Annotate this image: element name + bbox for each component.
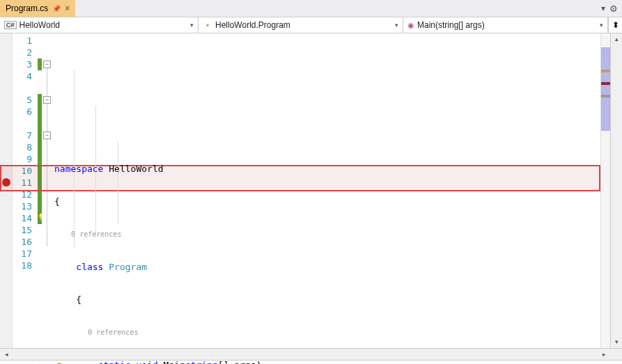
pin-icon[interactable]: 📌 bbox=[52, 5, 61, 13]
line-number: 14 bbox=[13, 212, 38, 224]
nav-method-text: Main(string[] args) bbox=[417, 20, 485, 30]
line-number: 15 bbox=[13, 224, 38, 236]
dropdown-icon[interactable]: ▾ bbox=[601, 3, 605, 13]
line-number: 6 bbox=[13, 106, 38, 118]
code-line: { bbox=[54, 196, 600, 207]
overview-ruler[interactable] bbox=[600, 33, 610, 348]
code-line: class Program bbox=[54, 261, 600, 273]
line-number-gutter: 1 2 3 4 5 6 7 8 9 10 11 12 13 14 15 16 1… bbox=[13, 33, 38, 348]
line-number: 3 bbox=[13, 58, 38, 70]
line-number: 1 bbox=[13, 35, 38, 47]
codelens[interactable]: 0 references bbox=[54, 326, 600, 338]
chevron-down-icon: ▾ bbox=[190, 22, 194, 29]
editor: 1 2 3 4 5 6 7 8 9 10 11 12 13 14 15 16 1… bbox=[0, 33, 622, 348]
code-line: namespace HelloWorld bbox=[54, 163, 600, 175]
file-tab[interactable]: Program.cs 📌 × bbox=[0, 0, 75, 17]
line-number bbox=[13, 82, 38, 94]
breakpoint-icon[interactable] bbox=[2, 178, 10, 187]
line-number: 8 bbox=[13, 141, 38, 153]
tab-bar: Program.cs 📌 × ▾ ⚙ bbox=[0, 0, 622, 17]
line-number: 18 bbox=[13, 260, 38, 271]
line-number: 2 bbox=[13, 47, 38, 58]
gear-icon[interactable]: ⚙ bbox=[609, 3, 618, 14]
line-number: 5 bbox=[13, 94, 38, 106]
split-editor-icon[interactable]: ⬍ bbox=[608, 17, 622, 33]
line-number: 9 bbox=[13, 153, 38, 165]
nav-namespace[interactable]: C# HelloWorld ▾ bbox=[0, 17, 199, 33]
scroll-left-icon[interactable]: ◂ bbox=[0, 351, 13, 358]
csharp-icon: C# bbox=[4, 21, 17, 29]
chevron-down-icon: ▾ bbox=[395, 22, 398, 29]
fold-column[interactable]: − − − bbox=[42, 33, 54, 348]
codelens[interactable]: 0 references bbox=[54, 228, 600, 240]
code-line bbox=[54, 130, 600, 142]
line-number: 13 bbox=[13, 200, 38, 212]
navigation-bar: C# HelloWorld ▾ 🔸 HelloWorld.Program ▾ ◉… bbox=[0, 17, 622, 33]
line-number: 12 bbox=[13, 189, 38, 200]
chevron-down-icon: ▾ bbox=[600, 22, 603, 29]
nav-class-text: HelloWorld.Program bbox=[215, 20, 290, 30]
tab-bar-tools: ▾ ⚙ bbox=[601, 0, 622, 17]
line-number: 11 bbox=[13, 177, 38, 189]
vertical-scrollbar[interactable]: ▴ ▾ bbox=[610, 33, 622, 348]
method-icon: ◉ bbox=[407, 21, 414, 30]
scroll-down-icon[interactable]: ▾ bbox=[611, 336, 622, 348]
nav-class[interactable]: 🔸 HelloWorld.Program ▾ bbox=[199, 17, 403, 33]
fold-toggle[interactable]: − bbox=[43, 61, 51, 68]
breakpoint-margin[interactable] bbox=[0, 33, 13, 348]
tab-filename: Program.cs bbox=[6, 3, 48, 13]
fold-toggle[interactable]: − bbox=[43, 96, 51, 104]
code-line bbox=[54, 97, 600, 109]
code-area[interactable]: namespace HelloWorld { 0 references clas… bbox=[54, 33, 600, 348]
line-number: 4 bbox=[13, 70, 38, 82]
nav-namespace-text: HelloWorld bbox=[20, 20, 60, 30]
class-icon: 🔸 bbox=[203, 21, 212, 30]
close-icon[interactable]: × bbox=[65, 3, 70, 13]
line-number: 10 bbox=[13, 165, 38, 177]
fold-toggle[interactable]: − bbox=[43, 132, 51, 139]
horizontal-scrollbar[interactable]: ◂ ▸ bbox=[0, 348, 622, 360]
line-number: 16 bbox=[13, 236, 38, 248]
code-line: { bbox=[54, 294, 600, 306]
line-number bbox=[13, 118, 38, 129]
nav-method[interactable]: ◉ Main(string[] args) ▾ bbox=[403, 17, 608, 33]
line-number: 7 bbox=[13, 129, 38, 141]
scroll-up-icon[interactable]: ▴ bbox=[611, 33, 622, 45]
line-number: 17 bbox=[13, 248, 38, 260]
code-line: static void Mainstring[] args) bbox=[54, 359, 600, 364]
